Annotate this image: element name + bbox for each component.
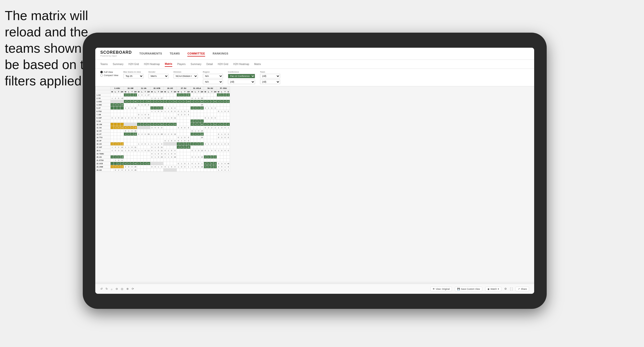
cell: [197, 159, 200, 162]
cell: 3: [220, 136, 223, 139]
cell: 0: [200, 120, 204, 123]
sub-nav-h2h-grid[interactable]: H2H Grid: [128, 62, 139, 67]
table-row: 2. VU 120-12 20127 01025: [96, 97, 230, 100]
cell: [147, 168, 150, 172]
cell: [124, 110, 127, 113]
cell: [144, 146, 147, 149]
cell: 1: [111, 155, 114, 159]
cell: 4: [127, 106, 130, 110]
cell: [137, 168, 140, 172]
cell: [200, 113, 204, 116]
full-view-radio[interactable]: Full View: [100, 71, 118, 73]
cell: [183, 103, 187, 106]
cell: [200, 139, 204, 142]
col-sub-w2: W: [124, 90, 127, 93]
cell: 1: [217, 126, 220, 129]
cell: [180, 106, 183, 110]
max-teams-select[interactable]: Top 25 Top 50: [123, 74, 143, 78]
col-sub-l7: L: [194, 90, 197, 93]
settings-icon[interactable]: ⚙: [504, 287, 507, 291]
cell: [157, 129, 160, 133]
cell: [183, 159, 187, 162]
conference-select-2[interactable]: (All): [228, 80, 255, 84]
sub-nav-matrix[interactable]: Matrix: [165, 62, 172, 67]
region-select-2[interactable]: N/A: [203, 80, 223, 84]
cell: [177, 120, 180, 123]
sub-nav-teams[interactable]: Teams: [100, 62, 108, 67]
sub-nav-h2h-heatmap2[interactable]: H2H Heatmap: [233, 62, 249, 67]
nav-item-tournaments[interactable]: TOURNAMENTS: [139, 51, 162, 56]
cell: [160, 120, 164, 123]
view-original-button[interactable]: 👁 View: Original: [430, 287, 452, 291]
cell: 0: [134, 116, 137, 120]
col-header-24uo: 24. UO: [164, 87, 177, 90]
share-button[interactable]: ↗ Share: [516, 287, 529, 291]
watch-button[interactable]: ◉ Watch ▾: [485, 287, 501, 291]
cell: [137, 120, 140, 123]
cell: 0: [130, 116, 134, 120]
cell: [114, 113, 117, 116]
sub-nav-h2h-grid2[interactable]: H2H Grid: [218, 62, 228, 67]
cell: [213, 129, 217, 133]
cell: 0: [117, 146, 120, 149]
cell: [140, 97, 144, 100]
division-select[interactable]: NCAA Division I NCAA Division II: [174, 74, 198, 78]
cell: [137, 110, 140, 113]
sub-nav-h2h-heatmap[interactable]: H2H Heatmap: [144, 62, 160, 67]
save-custom-view-button[interactable]: 💾 Save Custom View: [455, 287, 482, 291]
cell: [157, 136, 160, 139]
cell: 0: [223, 93, 227, 97]
sub-nav-players[interactable]: Players: [177, 62, 186, 67]
cell: [120, 110, 124, 113]
scrollbar[interactable]: [95, 282, 534, 284]
cell: [213, 159, 217, 162]
cell: 0: [173, 139, 177, 142]
team-select-2[interactable]: (All): [260, 80, 280, 84]
cell: 0: [177, 113, 180, 116]
compact-view-radio[interactable]: Compact View: [100, 74, 118, 77]
matrix-container[interactable]: 3. ASU 10. UW 11. UA 22. UCB 24. UO 27. …: [95, 86, 534, 282]
zoom-out-icon[interactable]: ⊖: [116, 287, 118, 291]
gender-select[interactable]: Men's Women's: [148, 74, 169, 78]
cell: [217, 113, 220, 116]
cell: 1: [153, 152, 157, 155]
cell: [137, 152, 140, 155]
cell: 2: [140, 142, 144, 146]
conference-select[interactable]: Pac-12 Conference (All): [228, 74, 255, 78]
undo-icon[interactable]: ↺: [100, 287, 103, 291]
nav-item-committee[interactable]: COMMITTEE: [187, 51, 205, 56]
cell: 1: [127, 129, 130, 133]
cell: [170, 126, 173, 129]
sub-nav-summary[interactable]: Summary: [113, 62, 123, 67]
col-sub-t6: T: [183, 90, 187, 93]
nav-item-rankings[interactable]: RANKINGS: [213, 51, 228, 56]
cell: [111, 152, 114, 155]
cell: [170, 136, 173, 139]
sub-nav-summary2[interactable]: Summary: [191, 62, 201, 67]
cell: 1: [167, 155, 170, 159]
cell: [223, 120, 227, 123]
sub-nav-detail[interactable]: Detail: [206, 62, 213, 67]
cell: [164, 103, 167, 106]
cell: [200, 146, 204, 149]
search-icon[interactable]: ⌕: [111, 287, 113, 291]
region-select[interactable]: N/A West East: [203, 74, 223, 78]
cell: [204, 113, 207, 116]
cell: [130, 155, 134, 159]
zoom-in-icon[interactable]: ⊕: [126, 287, 129, 291]
refresh-icon[interactable]: ⟳: [132, 287, 134, 291]
cell: 0: [124, 100, 127, 103]
cell: [160, 103, 164, 106]
cell: [140, 110, 144, 113]
zoom-reset-icon[interactable]: ◎: [121, 287, 123, 291]
fullscreen-icon[interactable]: ⛶: [510, 287, 513, 291]
cell: [130, 110, 134, 113]
team-select[interactable]: (All): [260, 74, 280, 78]
cell: 1: [114, 159, 117, 162]
team-label: Team: [260, 71, 280, 73]
redo-icon[interactable]: ↻: [106, 287, 108, 291]
cell: 0: [194, 165, 197, 168]
cell: 0: [157, 149, 160, 152]
nav-item-teams[interactable]: TEAMS: [170, 51, 180, 56]
sub-nav-matrix2[interactable]: Matrix: [254, 62, 261, 67]
